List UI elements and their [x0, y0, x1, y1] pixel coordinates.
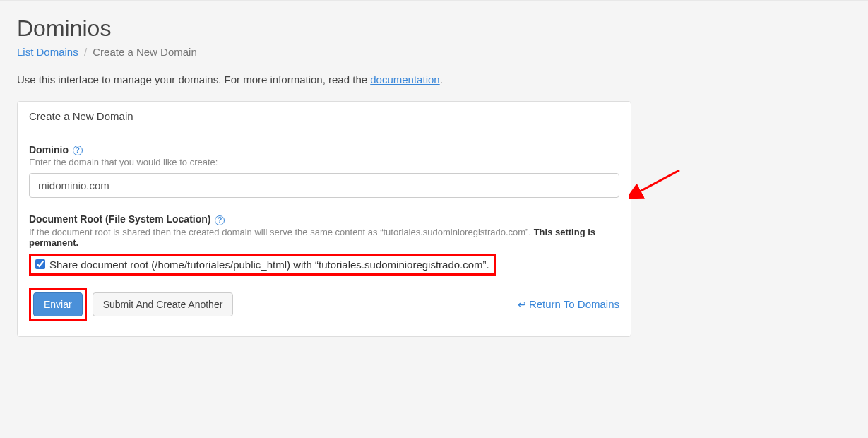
docroot-label-text: Document Root (File System Location)	[29, 213, 210, 225]
create-domain-panel: Create a New Domain Dominio ? Enter the …	[17, 101, 631, 337]
share-docroot-label: Share document root (/home/tutoriales/pu…	[49, 259, 489, 271]
domain-label-text: Dominio	[29, 144, 69, 155]
svg-line-1	[637, 170, 679, 193]
breadcrumb-separator: /	[84, 46, 87, 58]
help-icon[interactable]: ?	[215, 215, 225, 225]
domain-input[interactable]	[29, 173, 619, 198]
domain-desc: Enter the domain that you would like to …	[29, 157, 619, 167]
docroot-form-group: Document Root (File System Location) ? I…	[29, 213, 619, 275]
breadcrumb-current: Create a New Domain	[93, 46, 197, 58]
page-title: Dominios	[17, 16, 851, 42]
documentation-link[interactable]: documentation	[370, 73, 439, 85]
intro-suffix: .	[440, 73, 443, 85]
button-row: Enviar Submit And Create Another ↩ Retur…	[29, 288, 619, 321]
docroot-desc-prefix: If the document root is shared then the …	[29, 227, 534, 237]
return-arrow-icon: ↩	[518, 299, 526, 310]
submit-button[interactable]: Enviar	[33, 292, 83, 316]
intro-text: Use this interface to manage your domain…	[17, 73, 851, 85]
return-to-domains-link[interactable]: ↩ Return To Domains	[518, 298, 619, 310]
annotation-arrow-icon	[629, 166, 685, 201]
domain-form-group: Dominio ? Enter the domain that you woul…	[29, 144, 619, 198]
share-docroot-checkbox[interactable]	[35, 259, 45, 269]
return-link-text: Return To Domains	[529, 298, 619, 310]
submit-highlight-box: Enviar	[29, 288, 87, 321]
submit-create-another-button[interactable]: Submit And Create Another	[93, 292, 234, 316]
breadcrumb: List Domains / Create a New Domain	[17, 46, 851, 58]
help-icon[interactable]: ?	[73, 146, 83, 155]
intro-prefix: Use this interface to manage your domain…	[17, 73, 370, 85]
button-left-group: Enviar Submit And Create Another	[29, 288, 233, 321]
breadcrumb-list-domains-link[interactable]: List Domains	[17, 46, 78, 58]
share-docroot-checkbox-row[interactable]: Share document root (/home/tutoriales/pu…	[35, 259, 489, 271]
docroot-desc: If the document root is shared then the …	[29, 227, 619, 248]
domain-label: Dominio ?	[29, 144, 619, 155]
docroot-label: Document Root (File System Location) ?	[29, 213, 619, 225]
panel-heading: Create a New Domain	[18, 102, 631, 131]
